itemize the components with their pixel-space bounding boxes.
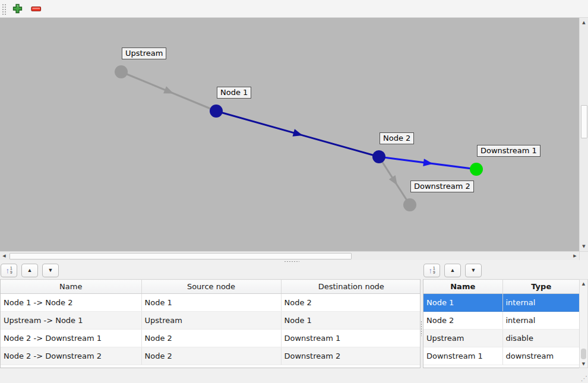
table-cell[interactable]: Node 2 [141,347,281,365]
table-cell[interactable]: downstream [502,347,579,365]
graph-node[interactable] [372,150,385,163]
scroll-left-button[interactable]: ◀ [0,252,8,260]
node-table-row[interactable]: Downstream 1downstream [423,347,579,365]
table-cell[interactable]: Node 1 [423,294,502,312]
sort-button[interactable]: ↑ 19 [1,264,17,277]
graph-canvas[interactable]: UpstreamNode 1Node 2Downstream 1Downstre… [0,18,579,251]
table-scroll-thumb[interactable] [581,349,586,359]
node-table-scrollbar[interactable]: ▲ ▼ [579,279,588,368]
node-label[interactable]: Upstream [122,48,166,59]
table-cell[interactable]: Node 1 [141,294,281,312]
table-cell[interactable]: Node 1 [281,312,421,330]
sort-ascending-icon: ↑ 19 [428,267,435,274]
graph-panel: UpstreamNode 1Node 2Downstream 1Downstre… [0,18,588,260]
edge-table-row[interactable]: Node 2 -> Downstream 2Node 2Downstream 2 [1,347,421,365]
horizontal-scroll-thumb[interactable] [10,253,352,259]
table-cell[interactable]: internal [502,294,579,312]
canvas-horizontal-scrollbar[interactable]: ◀ ▶ [0,251,579,260]
node-label[interactable]: Downstream 2 [410,181,474,192]
table-cell[interactable]: Downstream 1 [281,330,421,347]
table-cell[interactable]: Node 2 -> Downstream 1 [1,330,141,347]
add-button[interactable] [10,3,24,15]
table-cell[interactable]: Upstream -> Node 1 [1,312,141,330]
scroll-down-button[interactable]: ▼ [580,360,587,368]
scroll-down-button[interactable]: ▼ [580,242,588,251]
table-cell[interactable]: Upstream [141,312,281,330]
move-down-button[interactable]: ▼ [465,264,482,277]
node-table: Name Type Node 1internalNode 2internalUp… [423,279,579,368]
remove-button[interactable] [29,3,43,15]
graph-node[interactable] [115,65,128,78]
table-cell[interactable]: disable [502,330,579,347]
table-cell[interactable]: internal [502,312,579,330]
move-down-button[interactable]: ▼ [42,264,59,277]
move-up-button[interactable]: ▲ [21,264,38,277]
table-cell[interactable]: Node 2 [423,312,502,330]
column-header-name[interactable]: Name [423,280,502,294]
edge-arrow-icon [163,86,175,97]
graph-node[interactable] [470,163,483,176]
application-window: UpstreamNode 1Node 2Downstream 1Downstre… [0,0,588,383]
sort-ascending-icon: ↑ 19 [5,267,12,274]
triangle-down-icon: ▼ [48,268,53,273]
graph-node[interactable] [403,198,416,211]
table-cell[interactable]: Node 2 -> Downstream 2 [1,347,141,365]
node-table-row[interactable]: Node 1internal [423,294,579,312]
triangle-up-icon: ▲ [450,268,456,273]
splitter-grip-icon [421,321,422,336]
move-up-button[interactable]: ▲ [444,264,461,277]
table-cell[interactable]: Upstream [423,330,502,347]
splitter-grip-icon [284,261,299,262]
column-header-source-node[interactable]: Source node [141,280,281,294]
column-header-name[interactable]: Name [1,280,141,294]
edge-table-toolbar: ↑ 19 ▲ ▼ [1,263,59,279]
edge-arrow-icon [293,129,304,139]
scroll-up-button[interactable]: ▲ [580,280,587,287]
node-table-row[interactable]: Node 2internal [423,312,579,330]
edge-table-row[interactable]: Node 1 -> Node 2Node 1Node 2 [1,294,421,312]
table-cell[interactable]: Downstream 2 [281,347,421,365]
edge-arrow-icon [389,175,401,187]
graph-node[interactable] [210,105,223,118]
window-resize-grip[interactable]: ⋰ [581,375,587,382]
toolbar-drag-grip[interactable] [2,4,6,15]
node-table-toolbar: ↑ 19 ▲ ▼ [423,263,482,279]
table-cell[interactable]: Node 1 -> Node 2 [1,294,141,312]
table-cell[interactable]: Node 2 [281,294,421,312]
edge-table-row[interactable]: Node 2 -> Downstream 1Node 2Downstream 1 [1,330,421,347]
triangle-up-icon: ▲ [27,268,33,273]
plus-icon [12,4,23,15]
triangle-down-icon: ▼ [471,268,476,273]
column-header-type[interactable]: Type [502,280,579,294]
status-strip: ⋰ [0,368,588,383]
column-header-destination-node[interactable]: Destination node [281,280,421,294]
node-table-pane: ↑ 19 ▲ ▼ Name Type Node 1interna [423,263,588,368]
vertical-scroll-thumb[interactable] [581,105,587,138]
scrollbar-corner [579,251,588,260]
minus-icon [31,5,42,14]
edge-table-row[interactable]: Upstream -> Node 1UpstreamNode 1 [1,312,421,330]
scroll-up-button[interactable]: ▲ [580,18,588,27]
main-toolbar [0,0,588,18]
table-cell[interactable]: Downstream 1 [423,347,502,365]
node-label[interactable]: Node 2 [380,132,414,144]
canvas-vertical-scrollbar[interactable]: ▲ ▼ [579,18,588,251]
node-label[interactable]: Downstream 1 [477,145,540,157]
edge-table-pane: ↑ 19 ▲ ▼ Name Source node Destination no… [0,263,421,368]
scroll-right-button[interactable]: ▶ [571,252,579,260]
graph-svg [0,18,579,251]
node-label[interactable]: Node 1 [217,87,251,99]
node-table-row[interactable]: Upstreamdisable [423,330,579,347]
table-cell[interactable]: Node 2 [141,330,281,347]
edge-table: Name Source node Destination node Node 1… [0,279,421,368]
sort-button[interactable]: ↑ 19 [423,264,440,277]
